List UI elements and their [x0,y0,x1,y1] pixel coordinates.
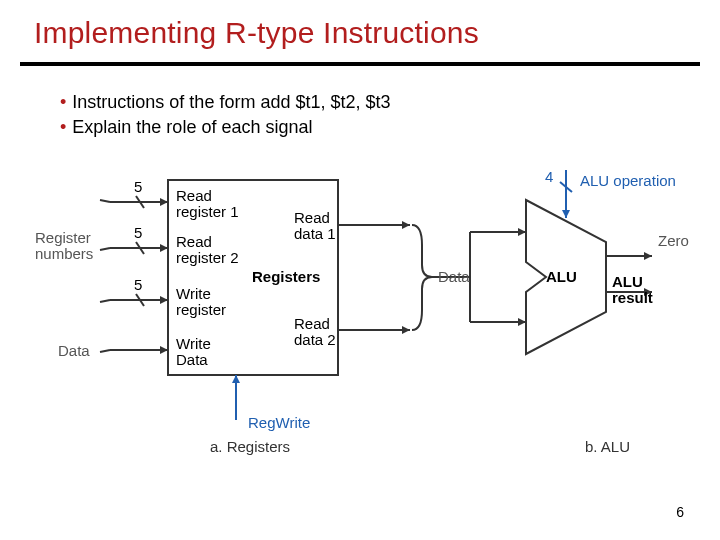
label-write-register: Writeregister [176,286,226,318]
svg-marker-18 [402,221,410,229]
svg-marker-4 [160,244,168,252]
bullet-text: Explain the role of each signal [72,117,312,137]
bullet-item: •Instructions of the form add $t1, $t2, … [60,92,391,113]
svg-line-13 [100,300,110,302]
bullet-text: Instructions of the form add $t1, $t2, $… [72,92,390,112]
bullet-list: •Instructions of the form add $t1, $t2, … [60,92,391,142]
svg-marker-7 [160,296,168,304]
svg-line-12 [100,248,110,250]
label-register-numbers: Registernumbers [35,230,93,262]
label-data-left: Data [58,342,90,359]
svg-marker-1 [160,198,168,206]
slide-title: Implementing R-type Instructions [34,16,479,50]
svg-line-11 [100,200,110,202]
label-read-register-1: Readregister 1 [176,188,239,220]
label-alu-operation: ALU operation [580,172,676,189]
label-read-data-1: Readdata 1 [294,210,336,242]
bullet-item: •Explain the role of each signal [60,117,391,138]
label-bus5-c: 5 [134,276,142,293]
svg-marker-10 [160,346,168,354]
svg-marker-16 [232,375,240,383]
bullet-dot-icon: • [60,92,66,112]
label-regwrite: RegWrite [248,414,310,431]
svg-marker-20 [402,326,410,334]
label-read-register-2: Readregister 2 [176,234,239,266]
caption-alu: b. ALU [585,438,630,455]
label-data-mid: Data [438,268,470,285]
label-alu-result: ALUresult [612,274,653,306]
bullet-dot-icon: • [60,117,66,137]
label-bus5-a: 5 [134,178,142,195]
svg-marker-28 [562,210,570,218]
title-divider [20,62,700,66]
svg-line-14 [100,350,110,352]
label-alu: ALU [546,268,577,285]
label-write-data: WriteData [176,336,211,368]
label-alu-op-bits: 4 [545,168,553,185]
svg-marker-31 [644,252,652,260]
label-registers-title: Registers [252,268,320,285]
page-number: 6 [676,504,684,520]
label-bus5-b: 5 [134,224,142,241]
svg-marker-23 [518,228,526,236]
caption-registers: a. Registers [210,438,290,455]
datapath-diagram: Registernumbers Data 5 5 5 Readregister … [40,170,690,450]
diagram-svg [40,170,690,450]
label-zero: Zero [658,232,689,249]
svg-marker-25 [518,318,526,326]
label-read-data-2: Readdata 2 [294,316,336,348]
